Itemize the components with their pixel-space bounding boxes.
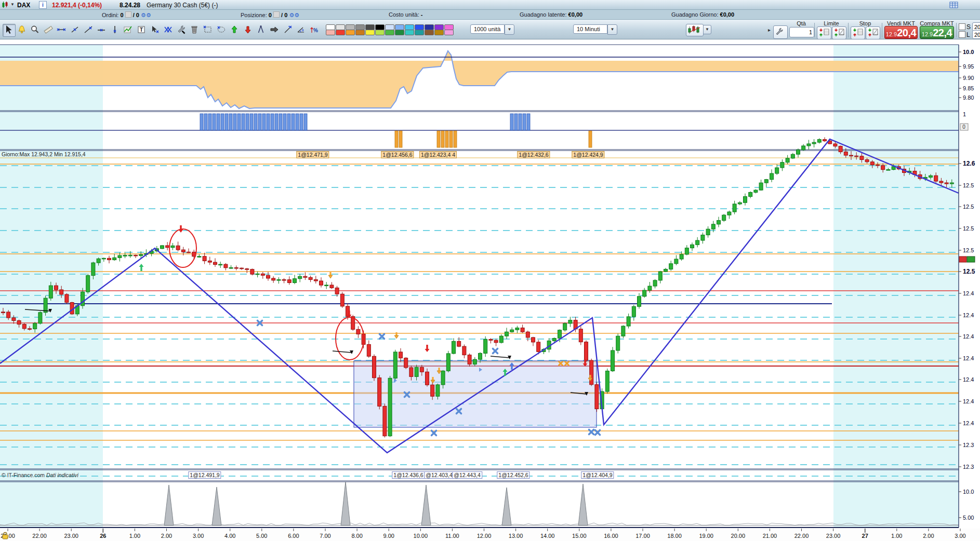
color-swatch[interactable] xyxy=(415,30,424,35)
arrow-up-tool-button[interactable] xyxy=(229,24,242,37)
candlestick-style-icon xyxy=(686,24,702,35)
price-axis[interactable]: 10.09.959.909.859.801012.612.512.512.512… xyxy=(959,39,980,541)
svg-text:2.00: 2.00 xyxy=(923,533,934,539)
panel-expander[interactable]: ▸ xyxy=(768,27,771,33)
color-swatch[interactable] xyxy=(375,30,385,35)
trash-icon xyxy=(189,24,200,35)
gear-icon[interactable]: ⚙⚙ xyxy=(141,12,151,18)
zone-rect-tool-button[interactable] xyxy=(202,24,215,37)
color-swatch[interactable] xyxy=(434,30,444,35)
svg-text:15.00: 15.00 xyxy=(572,533,587,539)
limit-buy-sell-icon xyxy=(817,27,830,38)
erase-tool-button[interactable] xyxy=(149,24,162,37)
sell-mkt-button[interactable]: 12.920,4 xyxy=(884,26,918,39)
svg-text:3.00: 3.00 xyxy=(955,533,965,539)
color-swatch[interactable] xyxy=(405,30,414,35)
text-tool-button[interactable]: T xyxy=(136,24,149,37)
ruler-tool-button[interactable] xyxy=(43,24,56,37)
copyright-label: © IT-Finance.com Dati indicativi xyxy=(2,472,78,478)
order-settings-button[interactable] xyxy=(773,25,788,39)
stop-checkbox[interactable] xyxy=(959,23,965,30)
angle-tool-button[interactable]: a xyxy=(295,24,308,37)
segment-tool-button[interactable] xyxy=(56,24,69,37)
limit-checkbox[interactable] xyxy=(959,31,965,38)
svg-text:12.5: 12.5 xyxy=(963,225,974,232)
vline-icon xyxy=(110,24,120,35)
buy-mkt-button[interactable]: 12.922,4 xyxy=(920,26,954,39)
indicator-icon xyxy=(123,24,133,35)
compass-icon xyxy=(256,24,266,35)
zoom-icon xyxy=(30,24,40,35)
chart-style-dropdown-button[interactable]: ▼ xyxy=(703,25,711,34)
svg-text:2.00: 2.00 xyxy=(161,533,172,539)
color-swatch[interactable] xyxy=(355,30,365,35)
trash-tool-button[interactable] xyxy=(189,24,202,37)
timeframe-dropdown-button[interactable]: ▼ xyxy=(607,24,617,35)
zoom-tool-button[interactable] xyxy=(29,24,42,37)
erase-icon xyxy=(150,24,160,35)
limit-distance-input[interactable] xyxy=(972,30,980,39)
order-box-icon[interactable] xyxy=(273,11,280,18)
indicator-tool-button[interactable] xyxy=(122,24,135,37)
svg-text:10.0: 10.0 xyxy=(963,49,974,55)
account-item-0: Ordini: 0 / 0 ⚙⚙ xyxy=(102,11,151,19)
stop-order-button-1[interactable] xyxy=(851,26,865,39)
account-item-4: Guadagno Giorno: €0,00 xyxy=(671,11,734,18)
qty-input[interactable] xyxy=(789,27,814,37)
buy-price-axis-marker xyxy=(967,256,975,262)
chart-canvas[interactable]: 10.09.959.909.859.801012.612.512.512.512… xyxy=(0,0,980,541)
trade-label: 1@12.424,9 xyxy=(572,151,604,158)
svg-text:23.00: 23.00 xyxy=(826,533,841,539)
erase-all-tool-button[interactable] xyxy=(162,24,175,37)
svg-text:18.00: 18.00 xyxy=(667,533,682,539)
color-swatch[interactable] xyxy=(336,30,345,35)
svg-text:12.5: 12.5 xyxy=(963,247,974,253)
compass-tool-button[interactable] xyxy=(255,24,268,37)
units-dropdown-button[interactable]: ▼ xyxy=(505,24,514,35)
svg-text:12.4: 12.4 xyxy=(963,312,974,318)
svg-text:12.00: 12.00 xyxy=(477,533,492,539)
percent-tool-button[interactable]: % xyxy=(309,24,322,37)
settings-tool-button[interactable] xyxy=(176,24,189,37)
fork-tool-button[interactable] xyxy=(282,24,295,37)
gear-icon[interactable]: ⚙⚙ xyxy=(289,12,299,18)
info-icon[interactable]: i xyxy=(39,1,47,9)
color-swatch[interactable] xyxy=(365,30,375,35)
pointer-tool-button[interactable] xyxy=(3,24,16,37)
color-swatch[interactable] xyxy=(346,30,355,35)
chart-style-button[interactable] xyxy=(686,24,704,36)
trendline-tool-button[interactable] xyxy=(83,24,96,37)
trade-label: 1@12.456,6 xyxy=(381,151,414,158)
svg-text:10.0: 10.0 xyxy=(963,489,974,495)
trade-label: 1@12.471,9 xyxy=(296,151,329,158)
arrow-down-tool-button[interactable] xyxy=(242,24,255,37)
line-tool-button[interactable] xyxy=(69,24,82,37)
zone-ellipse-tool-button[interactable] xyxy=(216,24,229,37)
order-box-icon[interactable] xyxy=(125,11,131,18)
svg-text:17.00: 17.00 xyxy=(635,533,650,539)
trade-label: 1@12.423,4 4 xyxy=(419,151,457,158)
chevron-down-icon[interactable]: ▼ xyxy=(10,2,15,7)
symbol-name[interactable]: DAX xyxy=(17,2,30,9)
arrow-right-tool-button[interactable] xyxy=(269,24,282,37)
last-price: 12.921,4 (-0,14%) xyxy=(52,2,102,9)
alarm-tool-button[interactable] xyxy=(16,24,29,37)
limite-order-button-2[interactable] xyxy=(832,26,846,39)
stop-order-button-2[interactable] xyxy=(866,26,880,39)
units-dropdown[interactable]: 1000 unità xyxy=(470,24,505,34)
svg-text:12.6: 12.6 xyxy=(963,160,975,167)
wrench-icon xyxy=(774,26,786,37)
svg-text:12.3: 12.3 xyxy=(963,442,974,448)
color-swatch[interactable] xyxy=(395,30,404,35)
horizontal-line-tool-button[interactable] xyxy=(96,24,109,37)
svg-text:11.00: 11.00 xyxy=(445,533,459,539)
limite-order-button-1[interactable] xyxy=(817,26,831,39)
time-axis[interactable]: 21.0022.0023.00261.002.003.004.005.006.0… xyxy=(0,529,980,541)
color-swatch[interactable] xyxy=(425,30,434,35)
color-swatch[interactable] xyxy=(444,30,454,35)
vertical-line-tool-button[interactable] xyxy=(109,24,122,37)
color-swatch[interactable] xyxy=(326,30,335,35)
account-item-1: Posizione: 0 / 0 ⚙⚙ xyxy=(241,11,299,19)
timeframe-dropdown[interactable]: 10 Minuti xyxy=(573,24,607,34)
color-swatch[interactable] xyxy=(385,30,394,35)
